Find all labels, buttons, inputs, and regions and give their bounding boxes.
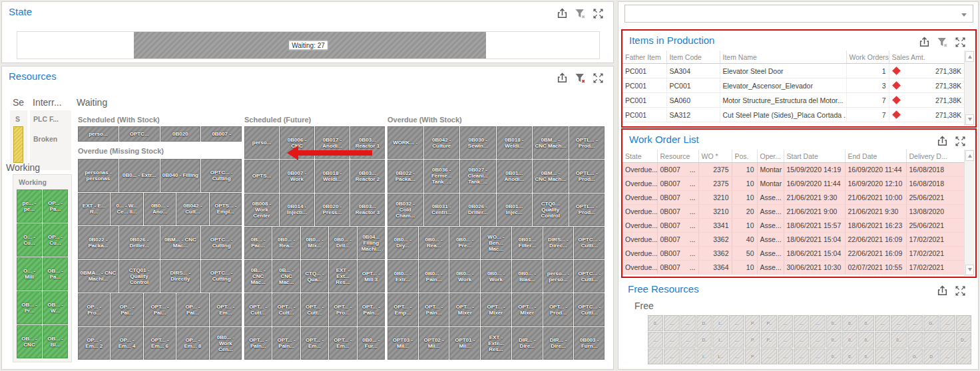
- resource-tile[interactable]: OPTC... - Cutting: [201, 226, 242, 259]
- free-resource-tile[interactable]: ...: [648, 332, 663, 348]
- scroll-up-button[interactable]: [965, 51, 974, 62]
- resource-tile[interactable]: 0BM... - CNC Mac...: [160, 226, 201, 259]
- resource-tile[interactable]: 0B0... - Work Cen...: [210, 327, 242, 360]
- free-resource-tile[interactable]: ...: [778, 315, 793, 331]
- resource-tile[interactable]: EXT - Ext... Res...: [329, 260, 356, 293]
- resource-tile[interactable]: OPT... - Mixer: [449, 293, 480, 326]
- resource-tile[interactable]: 0B031 - Centri...: [424, 193, 460, 226]
- resource-tile[interactable]: EXT - E... R...: [78, 193, 110, 226]
- free-resource-tile[interactable]: ...: [794, 315, 809, 331]
- column-header[interactable]: Start Date: [784, 150, 845, 163]
- resource-tile[interactable]: 0B0... - Extr...: [387, 260, 418, 293]
- resource-tile[interactable]: OPTC... - Cutti...: [574, 227, 605, 259]
- table-row[interactable]: PC001PC001Elevator_Ascensor_Elevador3271…: [622, 78, 965, 93]
- free-resource-tile[interactable]: 0..: [826, 348, 842, 364]
- column-header[interactable]: Resource: [657, 150, 698, 163]
- column-header[interactable]: WO *: [698, 150, 732, 163]
- resource-tile[interactable]: CTQ01 - Quality Control: [119, 260, 160, 293]
- resource-tile[interactable]: 0B017 - Anodi...: [315, 126, 350, 159]
- working-resource-tile[interactable]: O... - Cu...: [17, 223, 42, 257]
- free-resource-tile[interactable]: D..: [956, 332, 971, 348]
- free-resource-tile[interactable]: ...: [875, 315, 890, 331]
- free-resource-tile[interactable]: ...: [810, 348, 825, 364]
- working-resource-tile[interactable]: OB... - Pa...: [43, 257, 68, 291]
- resource-tile[interactable]: 0B04... Filling Machi...: [358, 227, 385, 259]
- free-resource-tile[interactable]: ...: [794, 332, 809, 348]
- working-resource-tile[interactable]: OP... - Cu...: [43, 223, 68, 257]
- free-resource-tile[interactable]: G.: [923, 315, 939, 331]
- resource-tile[interactable]: DIRS... - Direc...: [543, 227, 574, 259]
- resource-tile[interactable]: OPTC... - Cutti...: [574, 293, 605, 326]
- table-row[interactable]: PC001SA060Motor Structure_Estructura del…: [622, 93, 965, 108]
- resource-tile[interactable]: 0B030 - Sewin...: [460, 126, 496, 159]
- resource-tile[interactable]: 0B0... - Work: [449, 260, 480, 293]
- export-icon[interactable]: [937, 285, 948, 297]
- column-header[interactable]: Oper...: [757, 150, 784, 163]
- resource-tile[interactable]: 0B008 - Work Center: [244, 193, 279, 226]
- resource-tile[interactable]: 0B... - CNC Mac...: [244, 260, 272, 293]
- resource-tile[interactable]: 0B0... - Mix...: [301, 227, 328, 259]
- work-order-scrollbar[interactable]: [964, 150, 975, 276]
- free-resource-tile[interactable]: ...: [875, 348, 890, 364]
- resource-tile[interactable]: 0B020: [160, 126, 201, 142]
- column-header[interactable]: Item Name: [720, 51, 846, 64]
- free-resource-tile[interactable]: ...: [648, 348, 663, 364]
- resource-tile[interactable]: OPTC... - Cutting: [201, 260, 242, 293]
- free-resource-tile[interactable]: G.: [907, 348, 923, 364]
- free-resource-tile[interactable]: ...: [778, 348, 793, 364]
- free-resource-tile[interactable]: ...: [761, 348, 776, 364]
- maximize-icon[interactable]: [593, 72, 604, 84]
- resource-tile[interactable]: OPT... - Em...: [301, 327, 328, 360]
- working-resource-tile[interactable]: OB... - Bl...: [43, 325, 68, 358]
- free-resource-tile[interactable]: L..: [712, 348, 728, 364]
- resource-tile[interactable]: 0B... - Pac...: [244, 227, 272, 259]
- resource-tile[interactable]: 0BMA... - CNC Machi...: [78, 260, 119, 293]
- free-resource-tile[interactable]: D: [923, 348, 939, 364]
- resource-tile[interactable]: WORK... -: [387, 126, 423, 159]
- resource-tile[interactable]: 0B0... - Rea...: [419, 227, 449, 259]
- resource-tile[interactable]: 0B0... - Dry...: [387, 227, 418, 259]
- free-resource-tile[interactable]: ...: [956, 315, 971, 331]
- resource-tile[interactable]: 0B006 - CNC: [280, 126, 314, 159]
- resource-tile[interactable]: OPT... - Prod...: [543, 293, 574, 326]
- resource-tile[interactable]: 0B042 - Cult...: [176, 193, 208, 226]
- free-resource-tile[interactable]: ...: [729, 315, 744, 331]
- free-resource-tile[interactable]: ...: [810, 332, 825, 348]
- free-resource-tile[interactable]: ...: [680, 315, 696, 331]
- export-icon[interactable]: [557, 72, 568, 84]
- column-header[interactable]: Sales Amt.: [889, 51, 965, 64]
- resource-tile[interactable]: 0B007 -: [201, 126, 242, 142]
- resource-tile[interactable]: OPTC... - Cutti...: [574, 260, 605, 293]
- free-resource-tile[interactable]: I..: [696, 348, 712, 364]
- free-resource-tile[interactable]: P.: [745, 315, 760, 331]
- scroll-up-button[interactable]: [965, 150, 974, 161]
- column-header[interactable]: Father Item: [622, 51, 666, 64]
- free-resource-tile[interactable]: ...: [939, 348, 955, 364]
- free-resource-tile[interactable]: ...: [729, 332, 744, 348]
- resource-tile[interactable]: 0B03... Reactor 1: [350, 126, 385, 159]
- free-resource-tile[interactable]: 0..: [826, 332, 842, 348]
- table-row[interactable]: Overdue...0B007...336410Asse...30/06/202…: [622, 261, 965, 275]
- free-resource-tile[interactable]: I..: [712, 332, 728, 348]
- resource-tile[interactable]: 0B0... - Extr...: [119, 159, 160, 192]
- resource-tile[interactable]: 0B... - CNC Mac...: [272, 260, 300, 293]
- resource-tile[interactable]: 0... - W... Ce... II...: [111, 193, 142, 226]
- column-header[interactable]: Delivery D...: [906, 150, 965, 163]
- resource-tile[interactable]: EXT - Exte... Res...: [481, 327, 511, 360]
- resource-tile[interactable]: OPT... - Em...: [329, 327, 356, 360]
- column-header[interactable]: Work Orders: [846, 51, 889, 64]
- resource-tile[interactable]: OPTL... - Prod...: [569, 126, 605, 159]
- resource-tile[interactable]: OPT01 - Mil...: [449, 327, 480, 360]
- clear-filter-icon[interactable]: [575, 8, 586, 19]
- free-resource-tile[interactable]: P.: [745, 348, 760, 364]
- free-resource-tile[interactable]: ...: [891, 315, 906, 331]
- resource-tile[interactable]: 0B0... - Pain...: [419, 260, 449, 293]
- maximize-icon[interactable]: [955, 136, 966, 147]
- working-resource-tile[interactable]: pe... - pe...: [17, 189, 42, 223]
- resource-tile[interactable]: CTQ... - Qua...: [301, 260, 328, 293]
- free-resource-tile[interactable]: ...: [939, 315, 955, 331]
- working-resource-tile[interactable]: OB... - W...: [43, 291, 68, 324]
- free-resource-tile[interactable]: ...: [939, 332, 955, 348]
- resource-tile[interactable]: perso... - perso...: [543, 260, 574, 293]
- items-scrollbar[interactable]: [964, 51, 975, 126]
